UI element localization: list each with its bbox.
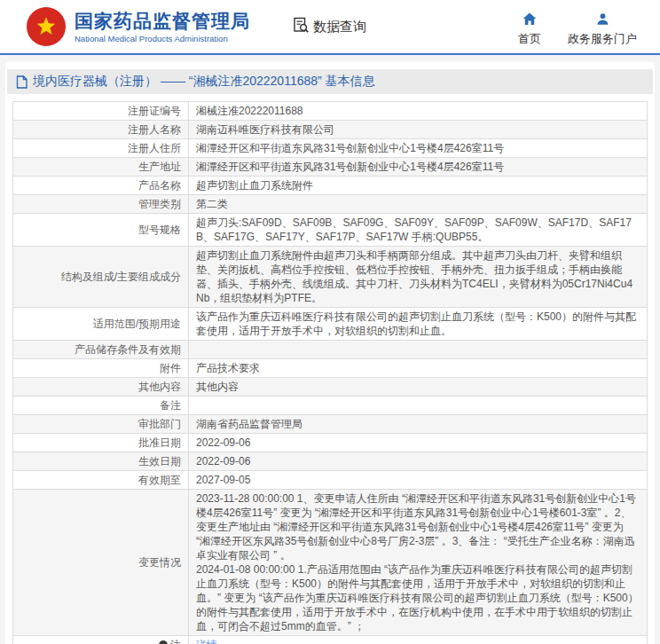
nav-portal-label: 政务服务门户 bbox=[568, 31, 637, 47]
table-row: 附件产品技术要求 bbox=[13, 359, 648, 378]
table-row: 注册人名称湖南迈科唯医疗科技有限公司 bbox=[13, 121, 648, 139]
home-icon bbox=[522, 12, 537, 28]
org-name-en: National Medical Products Administration bbox=[75, 34, 250, 43]
field-label: 注 bbox=[13, 636, 189, 644]
field-value: 超声刀头:SAF09D、SAF09B、SAF09G、SAF09Y、SAF09P、… bbox=[189, 214, 648, 247]
table-row: 有效期至2027-09-05 bbox=[13, 471, 648, 490]
field-label: 注册人名称 bbox=[13, 121, 189, 139]
table-row: 适用范围/预期用途该产品作为重庆迈科唯医疗科技有限公司的超声切割止血刀系统（型号… bbox=[13, 308, 648, 341]
field-label: 生产地址 bbox=[13, 158, 189, 177]
field-value: 详情 bbox=[189, 636, 648, 644]
emblem-star-icon bbox=[35, 15, 58, 38]
brand[interactable]: 国家药品监督管理局 National Medical Products Admi… bbox=[27, 7, 250, 46]
table-row: 型号规格超声刀头:SAF09D、SAF09B、SAF09G、SAF09Y、SAF… bbox=[13, 214, 648, 247]
table-row: 结构及组成/主要组成成分超声切割止血刀系统附件由超声刀头和手柄两部分组成。其中超… bbox=[13, 247, 648, 308]
nav-data-query[interactable]: 数据查询 bbox=[293, 17, 366, 36]
field-value bbox=[189, 397, 648, 415]
table-row: 变更情况2023-11-28 00:00:00 1、变更申请人住所由 “湘潭经开… bbox=[13, 490, 648, 636]
field-value: 该产品作为重庆迈科唯医疗科技有限公司的超声切割止血刀系统（型号：K500）的附件… bbox=[189, 308, 648, 341]
table-row: 审批部门湖南省药品监督管理局 bbox=[13, 415, 648, 434]
page-title: 境内医疗器械（注册） —— “湘械注准20222011688” 基本信息 bbox=[33, 74, 375, 90]
field-value: 湘潭经开区和平街道东风路31号创新创业中心1号楼4层426室11号 bbox=[189, 139, 648, 158]
page-content: 境内医疗器械（注册） —— “湘械注准20222011688” 基本信息 注册证… bbox=[0, 55, 660, 644]
field-value: 湘械注准20222011688 bbox=[189, 102, 648, 121]
field-label: 备注 bbox=[13, 397, 189, 415]
field-value: 湘潭经开区和平街道东风路31号创新创业中心1号楼4层426室11号 bbox=[189, 158, 648, 177]
field-label: 生效日期 bbox=[13, 452, 189, 471]
field-label: 注册证编号 bbox=[13, 102, 189, 121]
field-value: 超声切割止血刀系统附件由超声刀头和手柄两部分组成。其中超声刀头由刀杆、夹臂和组织… bbox=[189, 247, 648, 308]
field-value: 2022-09-06 bbox=[189, 452, 648, 471]
brand-text: 国家药品监督管理局 National Medical Products Admi… bbox=[75, 11, 250, 43]
details-link[interactable]: 详情 bbox=[196, 639, 217, 644]
table-row: 其他内容其他内容 bbox=[13, 378, 648, 397]
note-icon bbox=[159, 640, 168, 644]
site-header: 国家药品监督管理局 National Medical Products Admi… bbox=[0, 0, 660, 55]
field-label: 变更情况 bbox=[13, 490, 189, 636]
national-emblem-logo bbox=[27, 7, 66, 46]
org-name-zh: 国家药品监督管理局 bbox=[75, 11, 250, 32]
field-value bbox=[189, 341, 648, 359]
field-value: 第二类 bbox=[189, 195, 648, 214]
field-label: 结构及组成/主要组成成分 bbox=[13, 247, 189, 308]
info-table: 注册证编号湘械注准20222011688注册人名称湖南迈科唯医疗科技有限公司注册… bbox=[12, 101, 648, 644]
header-right-nav: 首页 政务服务门户 bbox=[518, 7, 637, 47]
nav-home[interactable]: 首页 bbox=[518, 7, 541, 47]
nav-data-query-label: 数据查询 bbox=[313, 19, 366, 35]
table-row: 批准日期2022-09-06 bbox=[13, 434, 648, 452]
field-label: 型号规格 bbox=[13, 214, 189, 247]
field-value: 其他内容 bbox=[189, 378, 648, 397]
table-row: 生产地址湘潭经开区和平街道东风路31号创新创业中心1号楼4层426室11号 bbox=[13, 158, 648, 177]
field-value: 湖南省药品监督管理局 bbox=[189, 415, 648, 434]
field-value: 超声切割止血刀系统附件 bbox=[189, 177, 648, 195]
table-row: 产品储存条件及有效期 bbox=[13, 341, 648, 359]
field-value: 2027-09-05 bbox=[189, 471, 648, 490]
field-label: 其他内容 bbox=[13, 378, 189, 397]
table-row: 生效日期2022-09-06 bbox=[13, 452, 648, 471]
nav-home-label: 首页 bbox=[518, 31, 541, 47]
document-icon bbox=[16, 75, 28, 89]
field-label: 批准日期 bbox=[13, 434, 189, 452]
nav-portal[interactable]: 政务服务门户 bbox=[568, 7, 637, 47]
user-icon bbox=[596, 12, 609, 28]
field-label: 管理类别 bbox=[13, 195, 189, 214]
table-row: 注详情 bbox=[13, 636, 648, 644]
field-label: 审批部门 bbox=[13, 415, 189, 434]
content-panel: 境内医疗器械（注册） —— “湘械注准20222011688” 基本信息 注册证… bbox=[5, 62, 655, 644]
field-value: 2023-11-28 00:00:00 1、变更申请人住所由 “湘潭经开区和平街… bbox=[189, 490, 648, 636]
table-row: 产品名称超声切割止血刀系统附件 bbox=[13, 177, 648, 195]
info-table-body: 注册证编号湘械注准20222011688注册人名称湖南迈科唯医疗科技有限公司注册… bbox=[13, 102, 648, 644]
table-row: 备注 bbox=[13, 397, 648, 415]
table-row: 注册人住所湘潭经开区和平街道东风路31号创新创业中心1号楼4层426室11号 bbox=[13, 139, 648, 158]
field-value: 2022-09-06 bbox=[189, 434, 648, 452]
field-label: 有效期至 bbox=[13, 471, 189, 490]
field-value: 湖南迈科唯医疗科技有限公司 bbox=[189, 121, 648, 139]
field-value: 产品技术要求 bbox=[189, 359, 648, 378]
field-label: 注册人住所 bbox=[13, 139, 189, 158]
field-label: 产品储存条件及有效期 bbox=[13, 341, 189, 359]
field-label: 产品名称 bbox=[13, 177, 189, 195]
data-query-icon bbox=[293, 17, 310, 36]
field-label: 适用范围/预期用途 bbox=[13, 308, 189, 341]
field-label: 附件 bbox=[13, 359, 189, 378]
page-title-bar: 境内医疗器械（注册） —— “湘械注准20222011688” 基本信息 bbox=[7, 69, 653, 94]
table-row: 管理类别第二类 bbox=[13, 195, 648, 214]
table-row: 注册证编号湘械注准20222011688 bbox=[13, 102, 648, 121]
